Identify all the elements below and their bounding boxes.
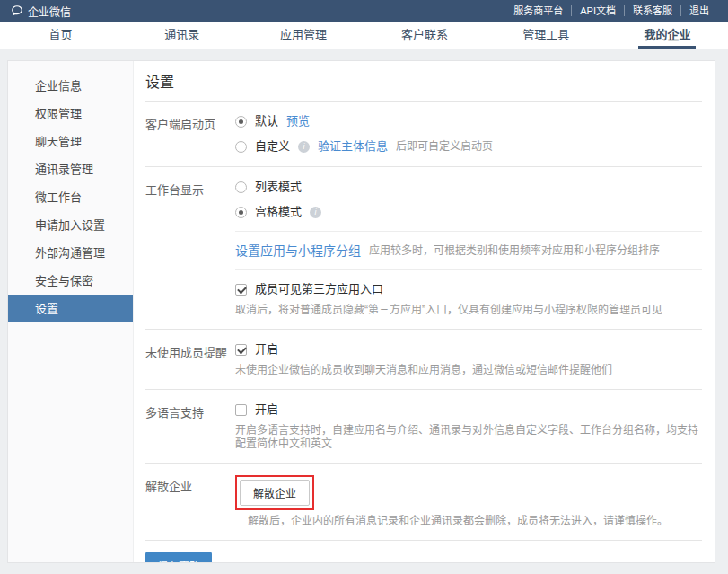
preview-link[interactable]: 预览 bbox=[286, 113, 310, 129]
dissolve-label: 解散企业 bbox=[145, 475, 235, 528]
inner-divider bbox=[235, 269, 702, 270]
topbar: 企业微信 服务商平台 API文档 联系客服 退出 bbox=[0, 0, 728, 22]
tab-apps[interactable]: 应用管理 bbox=[242, 22, 364, 49]
multilang-toggle-label: 开启 bbox=[255, 402, 278, 418]
main-nav: 首页 通讯录 应用管理 客户联系 管理工具 我的企业 bbox=[0, 22, 728, 49]
wework-logo-icon bbox=[11, 4, 23, 17]
topbar-link-api-docs[interactable]: API文档 bbox=[571, 5, 624, 16]
tab-contacts[interactable]: 通讯录 bbox=[121, 22, 242, 49]
grid-mode-radio[interactable] bbox=[235, 207, 247, 218]
verify-identity-link[interactable]: 验证主体信息 bbox=[318, 138, 388, 155]
workbench-label: 工作台显示 bbox=[145, 179, 235, 317]
tab-my-company[interactable]: 我的企业 bbox=[607, 22, 728, 49]
inner-divider bbox=[235, 231, 702, 232]
settings-content: 设置 客户端启动页 默认 预览 自定义 i 验证主体信息 后即可自定义启动页 bbox=[134, 61, 715, 562]
info-icon: i bbox=[298, 141, 310, 153]
topbar-links: 服务商平台 API文档 联系客服 退出 bbox=[505, 5, 717, 16]
topbar-link-support[interactable]: 联系客服 bbox=[624, 5, 680, 16]
sidebar-item-permissions[interactable]: 权限管理 bbox=[8, 100, 133, 128]
multilang-label: 多语言支持 bbox=[145, 402, 235, 451]
custom-radio[interactable] bbox=[235, 141, 247, 153]
sidebar-item-settings[interactable]: 设置 bbox=[8, 295, 133, 322]
multilang-checkbox[interactable] bbox=[235, 404, 247, 416]
tab-home[interactable]: 首页 bbox=[0, 22, 121, 49]
sidebar-item-security[interactable]: 安全与保密 bbox=[8, 267, 133, 295]
unused-reminder-row: 未使用成员提醒 开启 未使用企业微信的成员收到聊天消息和应用消息，通过微信或短信… bbox=[145, 330, 702, 389]
client-launch-label: 客户端启动页 bbox=[145, 113, 235, 155]
unused-reminder-label: 未使用成员提醒 bbox=[145, 341, 235, 377]
dissolve-row: 解散企业 解散企业 解散后，企业内的所有消息记录和企业通讯录都会删除，成员将无法… bbox=[145, 464, 702, 540]
third-party-visible-desc: 取消后，将对普通成员隐藏“第三方应用”入口，仅具有创建应用与小程序权限的管理员可… bbox=[235, 304, 702, 317]
multilang-desc: 开启多语言支持时，自建应用名与介绍、通讯录与对外信息自定义字段、工作台分组名称，… bbox=[235, 424, 702, 451]
sidebar-item-contacts-management[interactable]: 通讯录管理 bbox=[8, 155, 133, 183]
list-mode-label: 列表模式 bbox=[255, 179, 302, 195]
topbar-link-logout[interactable]: 退出 bbox=[680, 5, 717, 16]
multilang-row: 多语言支持 开启 开启多语言支持时，自建应用名与介绍、通讯录与对外信息自定义字段… bbox=[145, 390, 702, 463]
sidebar: 企业信息 权限管理 聊天管理 通讯录管理 微工作台 申请加入设置 外部沟通管理 … bbox=[8, 61, 134, 562]
sidebar-item-company-info[interactable]: 企业信息 bbox=[8, 72, 133, 100]
list-mode-radio[interactable] bbox=[235, 181, 247, 193]
unused-reminder-checkbox[interactable] bbox=[235, 344, 247, 356]
app-grouping-desc: 应用较多时，可根据类别和使用频率对应用和小程序分组排序 bbox=[369, 243, 660, 259]
app-grouping-link[interactable]: 设置应用与小程序分组 bbox=[235, 243, 361, 259]
client-launch-row: 客户端启动页 默认 预览 自定义 i 验证主体信息 后即可自定义启动页 bbox=[145, 102, 702, 166]
tab-tools[interactable]: 管理工具 bbox=[486, 22, 607, 49]
tab-customer[interactable]: 客户联系 bbox=[364, 22, 486, 49]
sidebar-item-external-comm[interactable]: 外部沟通管理 bbox=[8, 239, 133, 267]
third-party-visible-checkbox[interactable] bbox=[235, 284, 247, 296]
unused-reminder-toggle-label: 开启 bbox=[255, 341, 278, 358]
custom-option-label: 自定义 bbox=[255, 138, 290, 155]
third-party-visible-label: 成员可见第三方应用入口 bbox=[255, 281, 383, 297]
grid-mode-label: 宫格模式 bbox=[255, 204, 302, 220]
topbar-link-provider[interactable]: 服务商平台 bbox=[505, 5, 571, 16]
dissolve-desc: 解散后，企业内的所有消息记录和企业通讯录都会删除，成员将无法进入，请谨慎操作。 bbox=[248, 515, 702, 528]
sidebar-item-workbench[interactable]: 微工作台 bbox=[8, 183, 133, 211]
default-option-label: 默认 bbox=[255, 113, 278, 129]
default-radio[interactable] bbox=[235, 116, 247, 128]
red-highlight-annotation: 解散企业 bbox=[235, 475, 314, 510]
sidebar-item-join-settings[interactable]: 申请加入设置 bbox=[8, 211, 133, 239]
unused-reminder-desc: 未使用企业微信的成员收到聊天消息和应用消息，通过微信或短信邮件提醒他们 bbox=[235, 364, 702, 377]
dissolve-company-button[interactable]: 解散企业 bbox=[240, 480, 310, 506]
page-title: 设置 bbox=[145, 74, 702, 91]
brand: 企业微信 bbox=[11, 4, 71, 19]
sidebar-item-chat-management[interactable]: 聊天管理 bbox=[8, 128, 133, 155]
info-icon: i bbox=[310, 207, 321, 218]
verify-suffix-text: 后即可自定义启动页 bbox=[396, 138, 493, 155]
save-changes-button[interactable]: 保存更改 bbox=[145, 552, 212, 563]
settings-panel: 企业信息 权限管理 聊天管理 通讯录管理 微工作台 申请加入设置 外部沟通管理 … bbox=[7, 60, 715, 563]
brand-title: 企业微信 bbox=[28, 4, 71, 19]
workbench-row: 工作台显示 列表模式 宫格模式 i 设置应用与小程序分组 应用较多时，可根据类别… bbox=[145, 167, 702, 329]
save-area: 保存更改 bbox=[145, 541, 702, 563]
